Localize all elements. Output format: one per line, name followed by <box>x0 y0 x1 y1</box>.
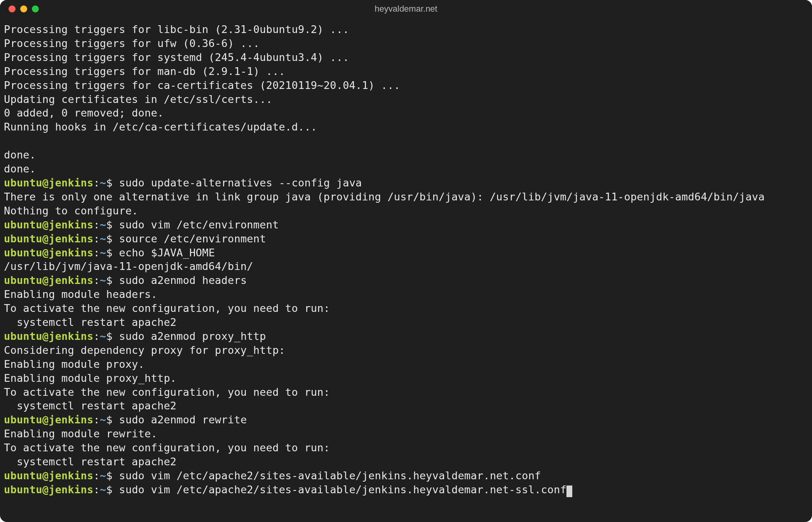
terminal-output-line: Enabling module proxy. <box>4 357 808 371</box>
prompt-user-host: ubuntu@jenkins <box>4 177 93 189</box>
command-text: sudo vim /etc/environment <box>119 219 279 231</box>
prompt-path: ~ <box>100 247 106 259</box>
terminal-output-line: systemctl restart apache2 <box>4 315 808 329</box>
close-icon[interactable] <box>9 5 16 12</box>
prompt-dollar: $ <box>106 177 119 189</box>
terminal-output-line: done. <box>4 148 808 162</box>
prompt-path: ~ <box>100 233 106 245</box>
terminal-output-line: systemctl restart apache2 <box>4 455 808 469</box>
prompt-dollar: $ <box>106 470 119 482</box>
prompt-user-host: ubuntu@jenkins <box>4 330 93 342</box>
prompt-path: ~ <box>100 177 106 189</box>
prompt-dollar: $ <box>106 247 119 259</box>
maximize-icon[interactable] <box>32 5 39 12</box>
command-text: sudo a2enmod headers <box>119 274 247 286</box>
output-text: done. <box>4 163 36 175</box>
output-text: Updating certificates in /etc/ssl/certs.… <box>4 93 272 105</box>
terminal-output-line: Running hooks in /etc/ca-certificates/up… <box>4 120 808 134</box>
terminal-output-line: Enabling module headers. <box>4 287 808 301</box>
prompt-user-host: ubuntu@jenkins <box>4 470 93 482</box>
terminal-command-line: ubuntu@jenkins:~$ sudo vim /etc/apache2/… <box>4 469 808 483</box>
terminal-output-line: Enabling module proxy_http. <box>4 371 808 385</box>
prompt-dollar: $ <box>106 219 119 231</box>
terminal-output-line: /usr/lib/jvm/java-11-openjdk-amd64/bin/ <box>4 259 808 273</box>
terminal-output-line: Nothing to configure. <box>4 204 808 218</box>
terminal-output-line: Processing triggers for libc-bin (2.31-0… <box>4 23 808 37</box>
output-text: systemctl restart apache2 <box>4 456 176 468</box>
output-text: Considering dependency proxy for proxy_h… <box>4 344 285 356</box>
terminal-output-line: Updating certificates in /etc/ssl/certs.… <box>4 92 808 106</box>
prompt-path: ~ <box>100 219 106 231</box>
window-title: heyvaldemar.net <box>375 4 437 14</box>
output-text: Enabling module rewrite. <box>4 428 157 440</box>
output-text: Processing triggers for man-db (2.9.1-1)… <box>4 65 285 77</box>
terminal-output-line: done. <box>4 162 808 176</box>
terminal-output-line <box>4 134 808 148</box>
traffic-lights <box>0 5 39 12</box>
terminal-window: heyvaldemar.net Processing triggers for … <box>0 0 812 522</box>
output-text <box>4 135 10 147</box>
output-text: Processing triggers for libc-bin (2.31-0… <box>4 23 349 35</box>
output-text: Processing triggers for ca-certificates … <box>4 79 400 91</box>
prompt-user-host: ubuntu@jenkins <box>4 233 93 245</box>
prompt-path: ~ <box>100 484 106 496</box>
terminal-body[interactable]: Processing triggers for libc-bin (2.31-0… <box>0 18 812 501</box>
output-text: Nothing to configure. <box>4 205 138 217</box>
terminal-output-line: Processing triggers for man-db (2.9.1-1)… <box>4 64 808 78</box>
output-text: done. <box>4 149 36 161</box>
prompt-dollar: $ <box>106 414 119 426</box>
terminal-command-line: ubuntu@jenkins:~$ sudo vim /etc/environm… <box>4 218 808 232</box>
prompt-dollar: $ <box>106 484 119 496</box>
terminal-output-line: Enabling module rewrite. <box>4 427 808 441</box>
terminal-output-line: Processing triggers for ca-certificates … <box>4 78 808 92</box>
command-text: source /etc/environment <box>119 233 266 245</box>
terminal-command-line: ubuntu@jenkins:~$ sudo vim /etc/apache2/… <box>4 483 808 497</box>
command-text: sudo vim /etc/apache2/sites-available/je… <box>119 484 566 496</box>
cursor-icon <box>566 485 572 497</box>
prompt-user-host: ubuntu@jenkins <box>4 414 93 426</box>
prompt-path: ~ <box>100 470 106 482</box>
output-text: To activate the new configuration, you n… <box>4 386 330 398</box>
terminal-output-line: Processing triggers for systemd (245.4-4… <box>4 50 808 64</box>
output-text: Processing triggers for systemd (245.4-4… <box>4 51 349 63</box>
terminal-command-line: ubuntu@jenkins:~$ sudo a2enmod proxy_htt… <box>4 329 808 343</box>
output-text: Enabling module headers. <box>4 288 157 300</box>
output-text: systemctl restart apache2 <box>4 316 176 328</box>
prompt-user-host: ubuntu@jenkins <box>4 247 93 259</box>
output-text: To activate the new configuration, you n… <box>4 442 330 454</box>
terminal-output-line: 0 added, 0 removed; done. <box>4 106 808 120</box>
prompt-user-host: ubuntu@jenkins <box>4 219 93 231</box>
terminal-command-line: ubuntu@jenkins:~$ sudo update-alternativ… <box>4 176 808 190</box>
terminal-command-line: ubuntu@jenkins:~$ echo $JAVA_HOME <box>4 246 808 260</box>
output-text: There is only one alternative in link gr… <box>4 191 765 203</box>
command-text: sudo vim /etc/apache2/sites-available/je… <box>119 470 541 482</box>
terminal-output-line: To activate the new configuration, you n… <box>4 441 808 455</box>
output-text: systemctl restart apache2 <box>4 400 176 412</box>
command-text: sudo a2enmod rewrite <box>119 414 247 426</box>
prompt-path: ~ <box>100 330 106 342</box>
output-text: /usr/lib/jvm/java-11-openjdk-amd64/bin/ <box>4 260 253 272</box>
output-text: Running hooks in /etc/ca-certificates/up… <box>4 121 317 133</box>
terminal-output-line: systemctl restart apache2 <box>4 399 808 413</box>
prompt-dollar: $ <box>106 330 119 342</box>
prompt-path: ~ <box>100 274 106 286</box>
output-text: To activate the new configuration, you n… <box>4 302 330 314</box>
terminal-command-line: ubuntu@jenkins:~$ sudo a2enmod headers <box>4 273 808 287</box>
output-text: Enabling module proxy_http. <box>4 372 176 384</box>
terminal-output-line: To activate the new configuration, you n… <box>4 301 808 315</box>
command-text: sudo update-alternatives --config java <box>119 177 362 189</box>
terminal-output-line: Processing triggers for ufw (0.36-6) ... <box>4 37 808 50</box>
output-text: Enabling module proxy. <box>4 358 145 370</box>
terminal-output-line: There is only one alternative in link gr… <box>4 190 808 204</box>
prompt-dollar: $ <box>106 233 119 245</box>
output-text: Processing triggers for ufw (0.36-6) ... <box>4 37 260 49</box>
minimize-icon[interactable] <box>20 5 27 12</box>
prompt-user-host: ubuntu@jenkins <box>4 484 93 496</box>
prompt-dollar: $ <box>106 274 119 286</box>
command-text: sudo a2enmod proxy_http <box>119 330 266 342</box>
terminal-command-line: ubuntu@jenkins:~$ source /etc/environmen… <box>4 232 808 246</box>
prompt-path: ~ <box>100 414 106 426</box>
terminal-output-line: Considering dependency proxy for proxy_h… <box>4 343 808 357</box>
titlebar: heyvaldemar.net <box>0 0 812 18</box>
output-text: 0 added, 0 removed; done. <box>4 107 164 119</box>
